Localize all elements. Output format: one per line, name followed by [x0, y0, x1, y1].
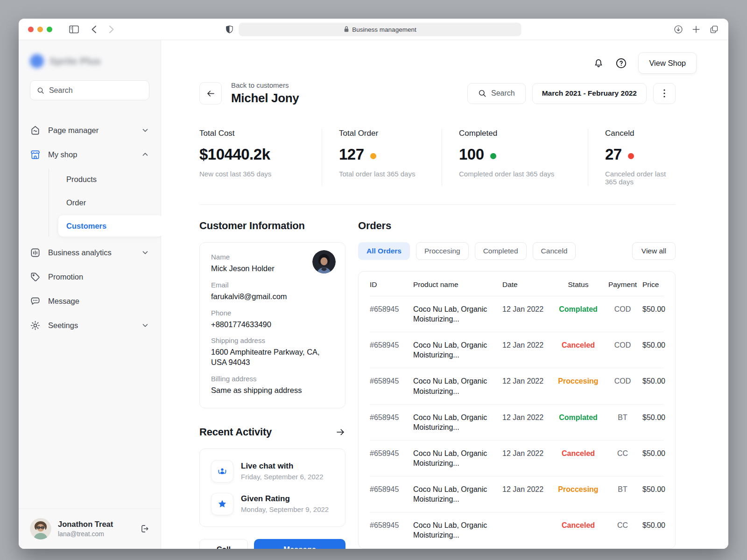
stat-caption: Canceled order last 365 days: [605, 170, 671, 186]
table-row[interactable]: #658945 Coco Nu Lab, Organic Moisturizin…: [370, 476, 664, 512]
minimize-window-icon[interactable]: [37, 27, 43, 32]
table-row[interactable]: #658945 Coco Nu Lab, Organic Moisturizin…: [370, 296, 664, 332]
chevron-down-icon: [141, 248, 149, 257]
sidebar-item-message[interactable]: Message: [19, 289, 161, 313]
order-date: 12 Jan 2022: [502, 340, 554, 350]
table-row[interactable]: #658945 Coco Nu Lab, Organic Moisturizin…: [370, 368, 664, 404]
order-payment: CC: [603, 448, 642, 458]
table-row[interactable]: #658945 Coco Nu Lab, Organic Moisturizin…: [370, 512, 664, 548]
date-range-selector[interactable]: March 2021 - February 2022: [532, 83, 647, 104]
search-input[interactable]: [49, 86, 142, 95]
sidebar-item-page-manager[interactable]: Page manager: [19, 118, 161, 142]
sidebar-item-label: My shop: [48, 150, 134, 159]
stat-caption: Completed order last 365 days: [459, 170, 583, 178]
sidebar-search[interactable]: [30, 80, 149, 100]
order-product: Coco Nu Lab, Organic Moisturizing...: [413, 304, 502, 324]
order-date: 12 Jan 2022: [502, 413, 554, 422]
order-payment: CC: [603, 520, 642, 530]
call-button[interactable]: Call: [199, 539, 248, 549]
col-header-date: Date: [502, 280, 554, 289]
order-price: $50.00: [642, 304, 665, 314]
zoom-window-icon[interactable]: [47, 27, 52, 32]
chevron-down-icon: [141, 321, 149, 329]
recent-activity-card: Live chat with Friday, September 6, 2022: [199, 448, 345, 527]
analytics-icon: [30, 247, 41, 258]
order-status: Canceled: [554, 448, 603, 458]
close-window-icon[interactable]: [28, 27, 34, 32]
order-price: $50.00: [642, 520, 665, 530]
stat-total-cost: Total Cost $10440.2k New cost last 365 d…: [199, 129, 322, 186]
window-controls[interactable]: [28, 27, 52, 32]
tab-label: Canceld: [541, 247, 568, 255]
activity-item-given-rating[interactable]: Given Rating Monday, September 9, 2022: [211, 493, 334, 515]
sidebar-item-settings[interactable]: Seetings: [19, 313, 161, 337]
sidebar-item-order[interactable]: Order: [58, 192, 163, 213]
tab-processing[interactable]: Proccesing: [416, 242, 469, 260]
order-date: 12 Jan 2022: [502, 448, 554, 458]
bell-icon: [593, 57, 604, 69]
sidebar-item-customers[interactable]: Customers: [58, 215, 163, 237]
app-logo: Sprite Plus: [19, 40, 161, 80]
address-bar[interactable]: Business management: [239, 22, 521, 36]
field-value: Same as shipping address: [211, 385, 334, 396]
tab-label: Completed: [483, 247, 518, 255]
sidebar-item-my-shop[interactable]: My shop: [19, 142, 161, 167]
date-range-label: March 2021 - February 2022: [542, 89, 637, 98]
back-nav-icon[interactable]: [91, 25, 97, 34]
order-date: 12 Jan 2022: [502, 484, 554, 494]
sidebar-item-label: Seetings: [48, 321, 134, 330]
activity-item-live-chat[interactable]: Live chat with Friday, September 6, 2022: [211, 460, 334, 483]
field-label: Shipping address: [211, 336, 334, 344]
stat-value: 100: [459, 146, 484, 163]
recent-activity-title: Recent Activity: [199, 426, 272, 438]
stat-title: Total Cost: [199, 129, 317, 138]
order-id: #658945: [370, 448, 413, 458]
downloads-icon[interactable]: [674, 25, 683, 34]
user-profile[interactable]: Jonathon Treat lana@treat.com: [19, 508, 161, 549]
stat-value: 127: [339, 146, 364, 163]
breadcrumb: Back to customers: [231, 81, 299, 89]
view-shop-button[interactable]: View Shop: [638, 52, 697, 74]
view-all-button[interactable]: View all: [632, 242, 676, 260]
order-product: Coco Nu Lab, Organic Moisturizing...: [413, 520, 502, 540]
order-payment: COD: [603, 376, 642, 386]
forward-nav-icon[interactable]: [109, 25, 114, 34]
order-product: Coco Nu Lab, Organic Moisturizing...: [413, 448, 502, 468]
browser-window: Business management: [19, 19, 728, 549]
logout-icon[interactable]: [139, 524, 149, 534]
stat-title: Canceld: [605, 129, 671, 138]
notifications-button[interactable]: [593, 57, 604, 69]
message-button[interactable]: Message: [254, 539, 345, 549]
sidebar-item-products[interactable]: Products: [58, 168, 163, 190]
order-date: 12 Jan 2022: [502, 304, 554, 314]
activity-date: Friday, September 6, 2022: [241, 473, 323, 481]
sidebar-item-promotion[interactable]: Promotion: [19, 265, 161, 289]
tab-canceled[interactable]: Canceld: [533, 242, 576, 260]
customer-avatar: [312, 250, 336, 273]
more-options-button[interactable]: [653, 83, 676, 104]
orders-tabs: All Orders Proccesing Completed Canceld: [358, 242, 676, 260]
order-product: Coco Nu Lab, Organic Moisturizing...: [413, 340, 502, 360]
back-button[interactable]: [199, 82, 222, 105]
new-tab-icon[interactable]: [691, 25, 701, 34]
kebab-menu-icon: [663, 89, 665, 98]
col-header-id: ID: [370, 280, 413, 289]
table-row[interactable]: #658945 Coco Nu Lab, Organic Moisturizin…: [370, 441, 664, 476]
order-payment: COD: [603, 304, 642, 314]
table-row[interactable]: #658945 Coco Nu Lab, Organic Moisturizin…: [370, 332, 664, 368]
customer-information-title: Customer Information: [199, 220, 345, 232]
field-value: +8801774633490: [211, 320, 334, 330]
order-price: $50.00: [642, 484, 665, 494]
recent-activity-arrow-icon[interactable]: [335, 427, 345, 437]
tab-completed[interactable]: Completed: [475, 242, 527, 260]
lock-icon: [344, 26, 349, 33]
tab-overview-icon[interactable]: [709, 25, 719, 34]
help-button[interactable]: [615, 57, 627, 69]
sidebar-toggle-icon[interactable]: [69, 25, 79, 34]
call-label: Call: [217, 545, 231, 549]
table-row[interactable]: #658945 Coco Nu Lab, Organic Moisturizin…: [370, 405, 664, 441]
sidebar-item-business-analytics[interactable]: Business analytics: [19, 240, 161, 265]
privacy-shield-icon[interactable]: [226, 25, 233, 34]
tab-all-orders[interactable]: All Orders: [358, 242, 410, 260]
orders-search-button[interactable]: Search: [467, 83, 526, 104]
